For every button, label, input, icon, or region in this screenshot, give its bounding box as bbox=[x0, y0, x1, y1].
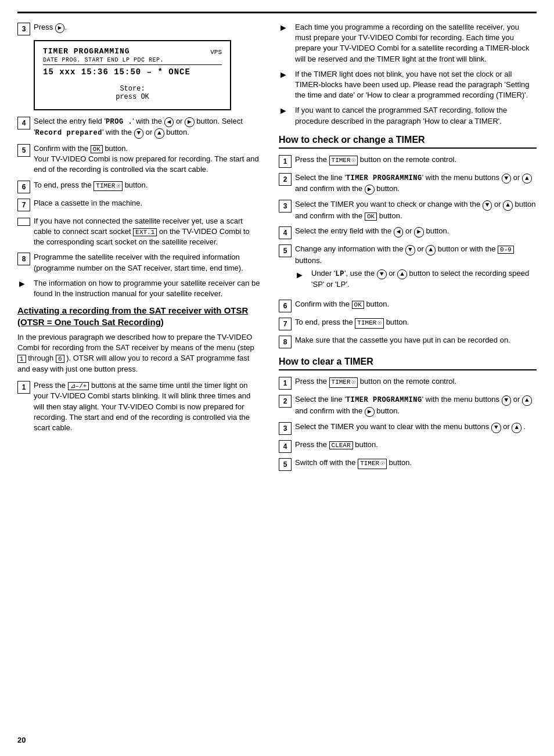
clear-btn-4: CLEAR bbox=[329, 441, 353, 449]
clear-step-2-num: 2 bbox=[279, 395, 292, 408]
check-step-8-text: Make sure that the cassette you have put… bbox=[295, 335, 537, 345]
ext1-label: EXT.1 bbox=[133, 228, 157, 236]
check-step-2: 2 Select the line 'TIMER PROGRAMMING' wi… bbox=[279, 172, 537, 195]
down-arr-check3: ▼ bbox=[483, 200, 492, 210]
step-6-text: To end, press the TIMER ☉ button. bbox=[34, 180, 261, 191]
step-3-label: Press bbox=[34, 23, 53, 31]
page: 3 Press ▶. TIMER PROGRAMMING VPS DATE PR… bbox=[0, 0, 554, 756]
down-arr-check2: ▼ bbox=[502, 174, 512, 183]
step-6-before: To end, press the bbox=[34, 181, 92, 189]
clear-step-3-text: Select the TIMER you want to clear with … bbox=[295, 422, 537, 433]
clear-step-2-text: Select the line 'TIMER PROGRAMMING' with… bbox=[295, 394, 537, 417]
check-step-5-note: ► Under 'LP', use the ▼ or ▲ button to s… bbox=[295, 268, 537, 290]
check-step-5-text: Change any information with the ▼ or ▲ b… bbox=[295, 244, 537, 294]
step-box-1: 1 bbox=[17, 355, 26, 363]
otsr-btn: ⊿–/+ bbox=[68, 382, 89, 390]
check-step-4-text: Select the entry field with the ◀ or ▶ b… bbox=[295, 226, 537, 237]
check-step-5-num: 5 bbox=[279, 244, 292, 257]
clear-timer-btn-1: TIMER ☉ bbox=[329, 377, 358, 387]
check-step-5: 5 Change any information with the ▼ or ▲… bbox=[279, 244, 537, 294]
tv-screen: TIMER PROGRAMMING VPS DATE PROG. START E… bbox=[34, 40, 231, 110]
check-timer-btn-7: TIMER ☉ bbox=[355, 318, 384, 328]
checkbox-text: If you have not connected the satellite … bbox=[34, 216, 261, 248]
clear-step-1-num: 1 bbox=[279, 377, 292, 390]
check-timer-heading: How to check or change a TIMER bbox=[279, 135, 537, 149]
step-7-num: 7 bbox=[17, 199, 30, 211]
step-7-text: Place a cassette in the machine. bbox=[34, 198, 261, 208]
up-arr-clear3: ▲ bbox=[512, 423, 521, 433]
right-note-3: ► If you want to cancel the programmed S… bbox=[279, 105, 537, 126]
step-4-num: 4 bbox=[17, 117, 30, 129]
up-arr-check5: ▲ bbox=[426, 245, 436, 255]
check-step-7-text: To end, press the TIMER ☉ button. bbox=[295, 317, 537, 328]
down-arr-lp: ▼ bbox=[377, 269, 387, 279]
clear-step-1: 1 Press the TIMER ☉ button on the remote… bbox=[279, 376, 537, 390]
page-number: 20 bbox=[17, 736, 26, 744]
clear-step-4-num: 4 bbox=[279, 440, 292, 453]
step-3-num: 3 bbox=[17, 23, 30, 35]
note-arrow-icon: ► bbox=[17, 279, 30, 289]
step-6-row: 6 To end, press the TIMER ☉ button. bbox=[17, 180, 261, 193]
check-step-8-num: 8 bbox=[279, 336, 292, 348]
right-note-1-text: Each time you programme a recording on t… bbox=[295, 22, 537, 64]
check-step-1: 1 Press the TIMER ☉ button on the remote… bbox=[279, 154, 537, 168]
down-arr-clear3: ▼ bbox=[491, 423, 501, 433]
right-arrow-btn: ▶ bbox=[185, 117, 195, 127]
clear-step-3: 3 Select the TIMER you want to clear wit… bbox=[279, 422, 537, 435]
check-step-3-text: Select the TIMER you want to check or ch… bbox=[295, 199, 537, 221]
right-column: ► Each time you programme a recording on… bbox=[279, 22, 537, 476]
step-8-text: Programme the satellite receiver with th… bbox=[34, 252, 261, 273]
clear-step-2: 2 Select the line 'TIMER PROGRAMMING' wi… bbox=[279, 394, 537, 417]
check-step-3: 3 Select the TIMER you want to check or … bbox=[279, 199, 537, 221]
check-step-4: 4 Select the entry field with the ◀ or ▶… bbox=[279, 226, 537, 239]
sat-step-1-row: 1 Press the ⊿–/+ buttons at the same tim… bbox=[17, 380, 261, 433]
up-arr-check3: ▲ bbox=[503, 200, 513, 210]
ok-check6: OK bbox=[352, 301, 364, 309]
check-step-2-text: Select the line 'TIMER PROGRAMMING' with… bbox=[295, 172, 537, 195]
sat-step-1-text: Press the ⊿–/+ buttons at the same time … bbox=[34, 380, 261, 433]
step-4-before: Select the entry field ' bbox=[34, 117, 106, 125]
step-7-row: 7 Place a cassette in the machine. bbox=[17, 198, 261, 211]
check-step-2-num: 2 bbox=[279, 173, 292, 186]
check-timer-btn-1: TIMER ☉ bbox=[329, 156, 358, 165]
up-arr-check2: ▲ bbox=[522, 174, 532, 183]
note-arrow-2: ► bbox=[279, 70, 292, 80]
main-content: 3 Press ▶. TIMER PROGRAMMING VPS DATE PR… bbox=[17, 22, 537, 476]
right-arr-clear2: ▶ bbox=[365, 407, 375, 417]
up-arr-lp: ▲ bbox=[397, 269, 407, 279]
note-arrow-1: ► bbox=[279, 23, 292, 33]
step-3-row: 3 Press ▶. bbox=[17, 22, 261, 35]
clear-timer-heading: How to clear a TIMER bbox=[279, 357, 537, 370]
note-arrow-3: ► bbox=[279, 106, 292, 116]
step-5-before: Confirm with the bbox=[34, 144, 88, 153]
right-note-3-text: If you want to cancel the programmed SAT… bbox=[295, 105, 537, 126]
clear-step-4-text: Press the CLEAR button. bbox=[295, 440, 537, 450]
step-6-num: 6 bbox=[17, 181, 30, 193]
note-row: ► The information on how to programme yo… bbox=[17, 278, 261, 299]
step-4-text: Select the entry field 'PROG .' with the… bbox=[34, 116, 261, 139]
tv-row: 15 xxx 15:36 15:50 – * ONCE bbox=[43, 67, 222, 77]
clear-timer-btn-5: TIMER ☉ bbox=[358, 459, 387, 469]
step-4-bold2: Record prepared bbox=[35, 129, 102, 137]
step-4-row: 4 Select the entry field 'PROG .' with t… bbox=[17, 116, 261, 139]
clear-step-4: 4 Press the CLEAR button. bbox=[279, 440, 537, 453]
sat-step-1-num: 1 bbox=[17, 381, 30, 394]
step-4-btn-end: button. bbox=[166, 128, 189, 136]
ok-check3: OK bbox=[365, 213, 377, 221]
right-note-2-text: If the TIMER light does not blink, you h… bbox=[295, 69, 537, 101]
check-step-1-text: Press the TIMER ☉ button on the remote c… bbox=[295, 154, 537, 165]
check-step-6-num: 6 bbox=[279, 300, 292, 312]
step-5-row: 5 Confirm with the OK button. Your TV-VI… bbox=[17, 143, 261, 175]
checkbox-row: If you have not connected the satellite … bbox=[17, 216, 261, 248]
left-arrow-btn: ◀ bbox=[164, 117, 174, 127]
ok-button-5: OK bbox=[91, 145, 103, 153]
check-step-6: 6 Confirm with the OK button. bbox=[279, 299, 537, 312]
clear-step-5-num: 5 bbox=[279, 458, 292, 471]
step-8-num: 8 bbox=[17, 253, 30, 265]
note-arrow-5: ► bbox=[295, 269, 308, 282]
check-step-4-num: 4 bbox=[279, 226, 292, 239]
step-5-rest: button. bbox=[105, 144, 128, 153]
sat-body: In the previous paragraph we described h… bbox=[17, 332, 261, 375]
down-arr-check5: ▼ bbox=[405, 245, 415, 255]
left-arr-check4: ◀ bbox=[394, 227, 404, 237]
